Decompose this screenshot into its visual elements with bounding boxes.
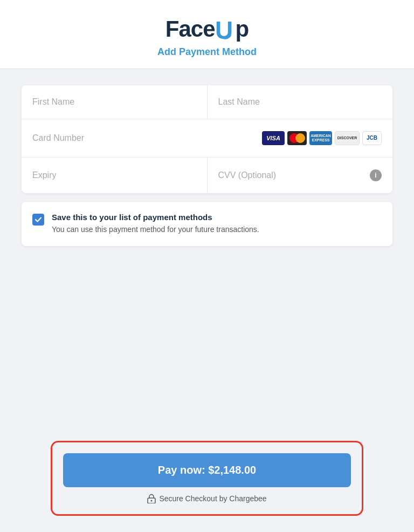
lock-icon: [147, 494, 156, 503]
save-card-checkbox-wrapper[interactable]: [32, 214, 44, 226]
cvv-info-icon[interactable]: i: [370, 169, 382, 181]
logo-face: Face: [165, 16, 215, 42]
jcb-icon: JCB: [362, 131, 382, 145]
save-card-section: Save this to your list of payment method…: [22, 202, 392, 246]
page-title: Add Payment Method: [157, 46, 257, 58]
logo-p: p: [236, 16, 249, 42]
first-name-input[interactable]: [22, 85, 207, 119]
cvv-input[interactable]: [218, 170, 370, 180]
secure-checkout: Secure Checkout by Chargebee: [147, 494, 266, 503]
discover-icon: DISCOVER: [335, 131, 360, 145]
cvv-wrapper: i: [207, 158, 393, 193]
visa-icon: VISA: [262, 131, 285, 145]
save-card-checkbox[interactable]: [32, 214, 44, 226]
svg-text:U: U: [215, 16, 232, 43]
last-name-input[interactable]: [207, 85, 393, 119]
logo-u: U: [215, 15, 236, 43]
form-card: VISA AMERICANEXPRESS DISCOVER JCB: [22, 85, 392, 193]
main-content: VISA AMERICANEXPRESS DISCOVER JCB: [0, 69, 414, 430]
pay-button[interactable]: Pay now: $2,148.00: [63, 453, 351, 487]
logo: Face U p: [165, 15, 249, 43]
secure-checkout-label: Secure Checkout by Chargebee: [159, 494, 266, 503]
expiry-input[interactable]: [22, 159, 207, 192]
expiry-cvv-row: i: [22, 158, 392, 193]
amex-icon: AMERICANEXPRESS: [309, 131, 332, 145]
save-card-description: You can use this payment method for your…: [52, 224, 382, 235]
pay-container: Pay now: $2,148.00 Secure Checkout by Ch…: [51, 441, 363, 516]
save-card-text: Save this to your list of payment method…: [52, 213, 382, 235]
svg-point-2: [151, 500, 153, 502]
name-row: [22, 85, 392, 119]
header: Face U p Add Payment Method: [0, 0, 414, 69]
card-icons: VISA AMERICANEXPRESS DISCOVER JCB: [262, 131, 382, 145]
card-number-row: VISA AMERICANEXPRESS DISCOVER JCB: [22, 119, 392, 158]
card-number-input[interactable]: [32, 133, 262, 143]
mastercard-icon: [287, 131, 307, 145]
save-card-title: Save this to your list of payment method…: [52, 213, 382, 222]
pay-section: Pay now: $2,148.00 Secure Checkout by Ch…: [0, 430, 414, 532]
